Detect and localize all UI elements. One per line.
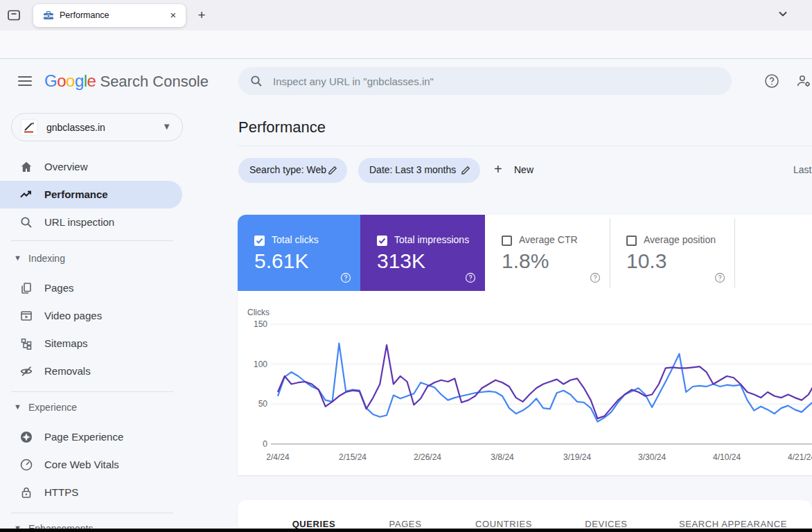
new-tab-button[interactable]: + xyxy=(194,8,209,23)
product-name: Search Console xyxy=(100,73,209,90)
url-inspect-input[interactable] xyxy=(273,67,716,95)
pages-icon xyxy=(19,281,33,295)
sidebar-item-pages[interactable]: Pages xyxy=(0,274,183,302)
eye-off-icon xyxy=(19,364,33,378)
property-name: gnbclasses.in xyxy=(46,122,105,133)
chart-y-axis-title: Clicks xyxy=(247,308,270,317)
browser-tab-strip: Performance × + xyxy=(0,0,812,30)
screen-bottom-strip xyxy=(0,529,812,532)
sidebar-item-url-inspection[interactable]: URL inspection xyxy=(0,209,183,236)
last-updated-label: Last xyxy=(793,164,811,175)
metric-card-total-clicks[interactable]: Total clicks 5.61K xyxy=(238,215,360,291)
metric-card-average-ctr[interactable]: Average CTR 1.8% xyxy=(485,215,610,291)
sidebar-section-indexing[interactable]: ▼ Indexing xyxy=(0,251,183,270)
compass-icon xyxy=(19,430,33,444)
metric-card-total-impressions[interactable]: Total impressions 313K xyxy=(360,215,485,291)
sidebar-item-video-pages[interactable]: Video pages xyxy=(0,302,183,330)
trending-up-icon xyxy=(19,188,33,202)
tab-queries[interactable]: QUERIES xyxy=(292,519,336,529)
card-divider xyxy=(610,218,610,287)
tab-manager-icon[interactable] xyxy=(6,7,22,24)
help-icon[interactable] xyxy=(340,272,351,283)
caret-down-icon: ▼ xyxy=(14,254,21,262)
sidebar-item-page-experience[interactable]: Page Experience xyxy=(0,423,183,451)
property-favicon-icon xyxy=(21,119,37,136)
sidebar-divider xyxy=(11,513,173,513)
checkbox-unchecked-icon[interactable] xyxy=(502,236,512,246)
help-icon[interactable] xyxy=(590,272,601,283)
video-icon xyxy=(19,309,33,323)
list-all-tabs-icon[interactable] xyxy=(776,7,790,21)
search-icon xyxy=(19,215,33,229)
sidebar-section-experience[interactable]: ▼ Experience xyxy=(0,400,183,419)
tab-close-icon[interactable]: × xyxy=(166,8,180,22)
help-icon[interactable] xyxy=(465,272,476,283)
card-divider xyxy=(734,218,735,287)
tab-pages[interactable]: PAGES xyxy=(389,519,422,529)
google-logo-text: Google xyxy=(44,71,96,90)
hamburger-menu-icon[interactable] xyxy=(18,73,32,87)
sidebar-item-performance[interactable]: Performance xyxy=(0,181,182,209)
checkbox-checked-icon[interactable] xyxy=(254,236,265,246)
sidebar-divider xyxy=(11,240,173,241)
edit-pencil-icon xyxy=(461,165,471,175)
property-selector[interactable]: gnbclasses.in ▼ xyxy=(11,113,183,141)
search-console-favicon-icon xyxy=(43,10,54,21)
page-title: Performance xyxy=(238,118,326,136)
help-icon[interactable] xyxy=(714,272,725,283)
sidebar-divider xyxy=(11,391,173,392)
sidebar-item-sitemaps[interactable]: Sitemaps xyxy=(0,330,183,357)
new-filter-button[interactable]: + New xyxy=(491,158,540,183)
title-divider xyxy=(238,145,812,146)
tab-devices[interactable]: DEVICES xyxy=(585,519,627,529)
caret-down-icon: ▼ xyxy=(14,402,21,411)
checkbox-checked-icon[interactable] xyxy=(377,236,387,246)
tab-search-appearance[interactable]: SEARCH APPEARANCE xyxy=(679,519,787,529)
checkbox-unchecked-icon[interactable] xyxy=(626,236,637,246)
metric-card-average-position[interactable]: Average position 10.3 xyxy=(610,215,734,291)
search-icon xyxy=(249,74,263,88)
lock-icon xyxy=(19,486,33,499)
sidebar-item-removals[interactable]: Removals xyxy=(0,357,183,385)
filter-chip-date[interactable]: Date: Last 3 months xyxy=(358,158,480,183)
sitemap-icon xyxy=(19,337,33,351)
google-search-console-logo[interactable]: GoogleSearch Console xyxy=(44,71,209,91)
browser-tab[interactable]: Performance × xyxy=(33,4,186,27)
home-icon xyxy=(19,160,33,174)
gauge-icon xyxy=(19,458,33,472)
tab-title: Performance xyxy=(60,10,109,20)
tab-countries[interactable]: COUNTRIES xyxy=(475,519,532,529)
user-settings-icon[interactable] xyxy=(795,73,812,89)
plus-icon: + xyxy=(494,161,502,177)
sidebar-item-overview[interactable]: Overview xyxy=(0,153,183,181)
help-icon[interactable] xyxy=(764,73,779,89)
sidebar-item-core-web-vitals[interactable]: Core Web Vitals xyxy=(0,451,183,479)
chevron-down-icon: ▼ xyxy=(162,121,171,132)
performance-line-chart[interactable] xyxy=(271,319,812,447)
edit-pencil-icon xyxy=(328,165,338,175)
sidebar-item-https[interactable]: HTTPS xyxy=(0,479,183,506)
browser-toolbar: https://search.google.com/u/1/search-con… xyxy=(0,30,812,59)
filter-chip-search-type[interactable]: Search type: Web xyxy=(238,158,347,183)
url-inspect-searchbar[interactable] xyxy=(238,67,732,95)
